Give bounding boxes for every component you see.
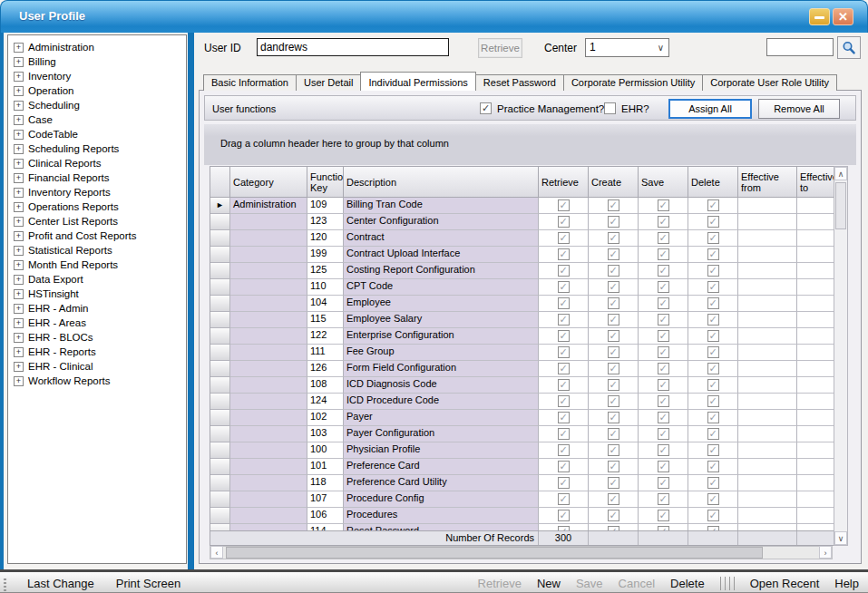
save-checkbox[interactable]: ✓ <box>658 281 669 293</box>
row-selector[interactable] <box>210 328 230 345</box>
function-key-cell[interactable]: 120 <box>307 230 344 247</box>
description-cell[interactable]: Physician Profile <box>344 442 539 459</box>
column-header-function-key[interactable]: Function Key <box>307 166 344 198</box>
sidebar-item-scheduling[interactable]: +Scheduling <box>14 98 184 112</box>
description-cell[interactable]: Enterprise Configuration <box>344 328 539 345</box>
save-checkbox[interactable]: ✓ <box>658 248 669 260</box>
retrieve-checkbox[interactable]: ✓ <box>558 346 570 358</box>
practice-management-checkbox[interactable]: ✓ <box>480 102 492 114</box>
save-checkbox[interactable]: ✓ <box>658 346 669 358</box>
effective-from-cell[interactable] <box>738 410 797 426</box>
description-cell[interactable]: Payer Configuration <box>344 426 539 442</box>
expand-icon[interactable]: + <box>14 144 24 154</box>
effective-from-cell[interactable] <box>738 377 797 394</box>
delete-checkbox[interactable]: ✓ <box>707 428 719 440</box>
create-checkbox[interactable]: ✓ <box>608 510 619 521</box>
expand-icon[interactable]: + <box>14 188 24 198</box>
effective-from-cell[interactable] <box>738 394 797 410</box>
retrieve-checkbox[interactable]: ✓ <box>558 265 570 277</box>
function-key-cell[interactable]: 118 <box>307 475 344 491</box>
category-cell[interactable] <box>230 410 307 426</box>
row-selector[interactable] <box>210 377 230 394</box>
horizontal-scrollbar[interactable]: ‹ › <box>210 546 833 559</box>
expand-icon[interactable]: + <box>14 115 24 125</box>
row-selector[interactable] <box>210 247 230 263</box>
category-cell[interactable] <box>230 508 307 524</box>
category-cell[interactable] <box>230 475 307 491</box>
effective-from-cell[interactable] <box>738 475 797 491</box>
expand-icon[interactable]: + <box>14 289 24 299</box>
create-checkbox[interactable]: ✓ <box>608 265 619 277</box>
retrieve-checkbox[interactable]: ✓ <box>558 216 570 228</box>
delete-checkbox[interactable]: ✓ <box>707 379 719 391</box>
effective-to-cell[interactable] <box>797 296 834 312</box>
effective-from-cell[interactable] <box>738 442 797 459</box>
function-key-cell[interactable]: 126 <box>307 361 344 377</box>
save-checkbox[interactable]: ✓ <box>658 199 669 211</box>
category-cell[interactable] <box>230 263 307 279</box>
effective-from-cell[interactable] <box>738 459 797 475</box>
row-selector[interactable] <box>210 410 230 426</box>
effective-to-cell[interactable] <box>797 263 834 279</box>
create-checkbox[interactable]: ✓ <box>608 477 619 489</box>
retrieve-checkbox[interactable]: ✓ <box>558 493 570 505</box>
sidebar-item-profit-and-cost-reports[interactable]: +Profit and Cost Reports <box>14 228 184 243</box>
group-by-panel[interactable]: Drag a column header here to group by th… <box>204 124 856 165</box>
function-key-cell[interactable]: 122 <box>307 328 344 345</box>
create-checkbox[interactable]: ✓ <box>608 395 619 407</box>
effective-to-cell[interactable] <box>797 312 834 328</box>
sidebar-item-ehr-clinical[interactable]: +EHR - Clinical <box>14 359 184 374</box>
panel-splitter[interactable] <box>188 33 194 569</box>
row-selector[interactable] <box>210 524 230 530</box>
remove-all-button[interactable]: Remove All <box>758 99 840 119</box>
tab-reset-password[interactable]: Reset Password <box>475 74 564 91</box>
category-cell[interactable] <box>230 459 307 475</box>
category-cell[interactable] <box>230 426 307 442</box>
description-cell[interactable]: Reset Password <box>344 524 539 530</box>
row-selector[interactable] <box>210 459 230 475</box>
sidebar-item-inventory[interactable]: +Inventory <box>14 69 184 83</box>
assign-all-button[interactable]: Assign All <box>668 99 752 119</box>
expand-icon[interactable]: + <box>14 260 24 270</box>
effective-from-cell[interactable] <box>738 361 797 377</box>
function-key-cell[interactable]: 123 <box>307 214 344 230</box>
save-checkbox[interactable]: ✓ <box>658 314 669 326</box>
effective-to-cell[interactable] <box>797 279 834 296</box>
category-cell[interactable] <box>230 214 307 230</box>
sidebar-item-financial-reports[interactable]: +Financial Reports <box>14 170 184 185</box>
create-checkbox[interactable]: ✓ <box>608 379 619 391</box>
function-key-cell[interactable]: 107 <box>307 491 344 508</box>
category-cell[interactable] <box>230 328 307 345</box>
sidebar-item-operation[interactable]: +Operation <box>14 83 184 98</box>
function-key-cell[interactable]: 104 <box>307 296 344 312</box>
effective-to-cell[interactable] <box>797 459 834 475</box>
sidebar-item-codetable[interactable]: +CodeTable <box>14 127 184 141</box>
tab-user-detail[interactable]: User Detail <box>296 74 361 91</box>
column-header-effective-from[interactable]: Effective from <box>738 166 797 198</box>
effective-to-cell[interactable] <box>797 328 834 345</box>
row-selector[interactable] <box>210 230 230 247</box>
sidebar-item-ehr-reports[interactable]: +EHR - Reports <box>14 345 184 359</box>
function-key-cell[interactable]: 103 <box>307 426 344 442</box>
description-cell[interactable]: Employee Salary <box>344 312 539 328</box>
effective-from-cell[interactable] <box>738 263 797 279</box>
description-cell[interactable]: Fee Group <box>344 345 539 361</box>
effective-from-cell[interactable] <box>738 508 797 524</box>
create-checkbox[interactable]: ✓ <box>608 461 619 472</box>
save-checkbox[interactable]: ✓ <box>658 526 669 530</box>
sidebar-item-month-end-reports[interactable]: +Month End Reports <box>14 258 184 272</box>
category-cell[interactable] <box>230 296 307 312</box>
save-checkbox[interactable]: ✓ <box>658 330 669 342</box>
delete-checkbox[interactable]: ✓ <box>707 314 719 326</box>
create-checkbox[interactable]: ✓ <box>608 346 619 358</box>
retrieve-checkbox[interactable]: ✓ <box>558 232 570 244</box>
description-cell[interactable]: Procedure Config <box>344 491 539 508</box>
sidebar-item-center-list-reports[interactable]: +Center List Reports <box>14 214 184 228</box>
retrieve-checkbox[interactable]: ✓ <box>558 199 570 211</box>
sidebar-item-case[interactable]: +Case <box>14 112 184 127</box>
category-cell[interactable] <box>230 312 307 328</box>
function-key-cell[interactable]: 106 <box>307 508 344 524</box>
function-key-cell[interactable]: 115 <box>307 312 344 328</box>
row-selector[interactable] <box>210 296 230 312</box>
retrieve-checkbox[interactable]: ✓ <box>558 461 570 472</box>
